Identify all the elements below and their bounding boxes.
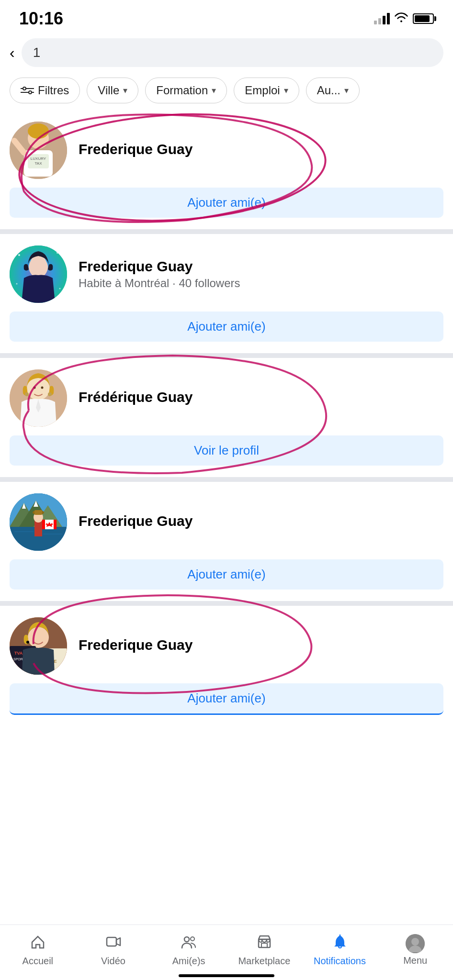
result-card-2: Frederique Guay Habite à Montréal · 40 f… <box>0 234 453 353</box>
svg-point-26 <box>48 392 52 396</box>
user-info-5: Frederique Guay <box>79 637 443 655</box>
signal-icon <box>374 13 390 24</box>
back-button[interactable]: ‹ <box>10 44 15 62</box>
notifications-icon <box>332 934 348 954</box>
home-indicator <box>179 974 274 977</box>
status-icons <box>374 12 434 25</box>
divider-3 <box>0 477 453 482</box>
svg-point-23 <box>34 387 36 389</box>
svg-rect-53 <box>107 937 116 946</box>
battery-icon <box>413 13 434 24</box>
menu-avatar[interactable] <box>406 934 425 953</box>
search-input-wrapper[interactable]: 1 <box>22 38 443 67</box>
bottom-nav: Accueil Vidéo Ami(e)s <box>0 924 453 980</box>
svg-point-18 <box>57 252 58 254</box>
nav-item-video[interactable]: Vidéo <box>76 930 151 970</box>
divider-1 <box>0 229 453 234</box>
nav-item-notifications[interactable]: Notifications <box>302 930 378 970</box>
wifi-icon <box>395 12 408 25</box>
ville-label: Ville <box>98 84 119 97</box>
svg-point-17 <box>18 254 20 256</box>
svg-point-45 <box>28 627 49 648</box>
status-time: 10:16 <box>19 9 63 29</box>
formation-chevron: ▾ <box>212 85 216 96</box>
filtres-label: Filtres <box>38 84 69 97</box>
view-profile-button-3[interactable]: Voir le profil <box>10 435 443 466</box>
notifications-label: Notifications <box>314 956 366 967</box>
nav-item-menu[interactable]: Menu <box>377 930 453 970</box>
status-bar: 10:16 <box>0 0 453 33</box>
svg-point-24 <box>41 387 44 389</box>
formation-label: Formation <box>156 84 208 97</box>
svg-point-54 <box>184 937 189 942</box>
user-name-1: Frederique Guay <box>79 141 443 157</box>
user-info-3: Frédérique Guay <box>79 389 443 407</box>
menu-label: Menu <box>403 955 427 966</box>
user-name-4: Frederique Guay <box>79 513 443 529</box>
svg-point-25 <box>25 392 29 396</box>
video-label: Vidéo <box>101 956 125 967</box>
marketplace-icon <box>256 934 272 954</box>
video-icon <box>105 934 122 954</box>
svg-rect-57 <box>261 943 267 947</box>
filter-autre-button[interactable]: Au... ▾ <box>306 78 360 103</box>
svg-point-1 <box>29 91 32 94</box>
user-name-3: Frédérique Guay <box>79 389 443 405</box>
filter-formation-button[interactable]: Formation ▾ <box>145 78 227 103</box>
user-sub-2: Habite à Montréal · 40 followers <box>79 277 443 290</box>
avatar-1[interactable]: LUXURY TAX <box>10 122 67 179</box>
nav-item-accueil[interactable]: Accueil <box>0 930 76 970</box>
svg-point-0 <box>23 87 26 90</box>
svg-point-20 <box>59 288 61 290</box>
emploi-chevron: ▾ <box>284 85 288 96</box>
marketplace-label: Marketplace <box>238 956 290 967</box>
add-friend-button-5[interactable]: Ajouter ami(e) <box>10 683 443 715</box>
filter-ville-button[interactable]: Ville ▾ <box>87 78 138 103</box>
filter-filtres-button[interactable]: Filtres <box>10 78 80 103</box>
user-name-5: Frederique Guay <box>79 637 443 653</box>
avatar-5[interactable]: TVA SPORTS LA PRESSE <box>10 617 67 675</box>
add-friend-button-4[interactable]: Ajouter ami(e) <box>10 559 443 590</box>
svg-point-19 <box>16 283 18 285</box>
svg-text:TAX: TAX <box>35 161 43 166</box>
svg-point-13 <box>28 123 49 139</box>
svg-text:LUXURY: LUXURY <box>31 156 46 161</box>
result-card-3: Frédérique Guay Voir le profil <box>0 358 453 477</box>
result-card-4: Frederique Guay Ajouter ami(e) <box>0 482 453 601</box>
svg-text:TVA: TVA <box>14 651 23 656</box>
search-bar-container: ‹ 1 <box>0 33 453 74</box>
result-card-5: TVA SPORTS LA PRESSE <box>0 606 453 726</box>
home-icon <box>30 934 46 954</box>
ville-chevron: ▾ <box>123 85 127 96</box>
svg-point-52 <box>26 641 29 644</box>
avatar-3[interactable] <box>10 369 67 427</box>
svg-rect-40 <box>34 510 42 515</box>
user-info-2: Frederique Guay Habite à Montréal · 40 f… <box>79 258 443 290</box>
nav-item-amis[interactable]: Ami(e)s <box>151 930 226 970</box>
add-friend-button-1[interactable]: Ajouter ami(e) <box>10 188 443 218</box>
avatar-4[interactable] <box>10 493 67 551</box>
search-query: 1 <box>33 45 41 60</box>
autre-chevron: ▾ <box>344 85 349 96</box>
user-info-1: Frederique Guay <box>79 141 443 159</box>
friends-icon <box>181 934 197 954</box>
result-card-1: LUXURY TAX Frederique Guay Ajouter ami(e… <box>0 110 453 229</box>
accueil-label: Accueil <box>23 956 53 967</box>
amis-label: Ami(e)s <box>172 956 205 967</box>
emploi-label: Emploi <box>245 84 280 97</box>
user-info-4: Frederique Guay <box>79 513 443 531</box>
avatar-2[interactable] <box>10 245 67 303</box>
autre-label: Au... <box>317 84 340 97</box>
nav-item-marketplace[interactable]: Marketplace <box>226 930 302 970</box>
filter-emploi-button[interactable]: Emploi ▾ <box>234 78 299 103</box>
filter-bar: Filtres Ville ▾ Formation ▾ Emploi ▾ Au.… <box>0 74 453 110</box>
user-name-2: Frederique Guay <box>79 258 443 275</box>
filter-icon <box>21 86 34 95</box>
divider-4 <box>0 601 453 606</box>
svg-point-60 <box>411 938 419 946</box>
divider-2 <box>0 353 453 358</box>
add-friend-button-2[interactable]: Ajouter ami(e) <box>10 312 443 342</box>
svg-point-55 <box>191 937 194 941</box>
